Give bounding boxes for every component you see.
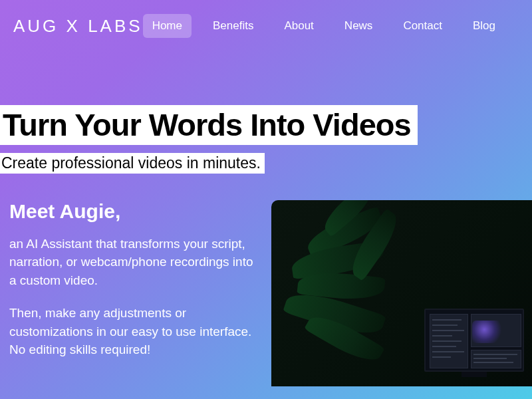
monitor-graphic: [424, 309, 524, 372]
meet-image: [271, 200, 532, 386]
nav-blog[interactable]: Blog: [464, 14, 505, 38]
meet-title: Meet Augie,: [9, 200, 255, 223]
nav-news[interactable]: News: [335, 14, 382, 38]
nav-benefits[interactable]: Benefits: [203, 14, 263, 38]
meet-text: Meet Augie, an AI Assistant that transfo…: [9, 200, 255, 386]
hero-subtitle: Create professional videos in minutes.: [0, 153, 265, 174]
header: AUG X LABS Home Benefits About News Cont…: [0, 0, 532, 52]
meet-section: Meet Augie, an AI Assistant that transfo…: [0, 174, 532, 386]
nav-home[interactable]: Home: [143, 14, 192, 38]
meet-paragraph-1: an AI Assistant that transforms your scr…: [9, 235, 255, 290]
nav-about[interactable]: About: [275, 14, 323, 38]
nav-contact[interactable]: Contact: [394, 14, 452, 38]
logo[interactable]: AUG X LABS: [13, 16, 143, 37]
nav: Home Benefits About News Contact Blog: [143, 13, 532, 39]
hero-title: Turn Your Words Into Videos: [0, 105, 418, 145]
meet-paragraph-2: Then, make any adjustments or customizat…: [9, 304, 255, 359]
hero: Turn Your Words Into Videos Create profe…: [0, 52, 532, 174]
plant-graphic: [278, 200, 418, 386]
